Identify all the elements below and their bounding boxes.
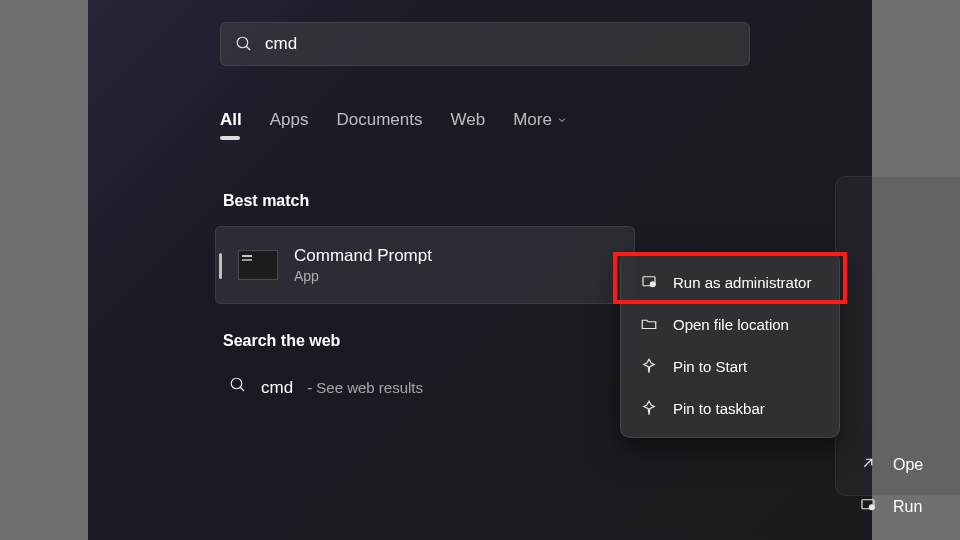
svg-line-1 [246,46,250,50]
svg-point-5 [650,281,656,287]
result-title: Command Prompt [294,246,432,266]
menu-label: Pin to taskbar [673,400,765,417]
svg-point-2 [231,378,242,389]
web-result-row[interactable]: cmd - See web results [229,376,423,399]
search-query-text: cmd [265,34,297,54]
pin-icon [639,399,659,417]
svg-point-0 [237,37,248,48]
search-input[interactable]: cmd [220,22,750,66]
tab-documents[interactable]: Documents [336,110,422,130]
admin-shield-icon [639,273,659,291]
svg-point-7 [869,504,875,510]
action-label: Run [893,498,922,516]
admin-shield-icon [859,496,877,518]
command-prompt-icon [238,250,278,280]
menu-open-file-location[interactable]: Open file location [621,303,839,345]
tab-more[interactable]: More [513,110,568,130]
preview-panel [835,176,960,496]
tab-web[interactable]: Web [450,110,485,130]
tab-more-label: More [513,110,552,130]
section-best-match-title: Best match [223,192,309,210]
tab-all[interactable]: All [220,110,242,130]
search-icon [235,35,253,53]
menu-label: Open file location [673,316,789,333]
chevron-down-icon [556,114,568,126]
menu-pin-to-start[interactable]: Pin to Start [621,345,839,387]
menu-run-as-administrator[interactable]: Run as administrator [621,261,839,303]
menu-pin-to-taskbar[interactable]: Pin to taskbar [621,387,839,429]
filter-tabs: All Apps Documents Web More [220,110,568,130]
action-open[interactable]: Ope [859,454,923,476]
open-external-icon [859,454,877,476]
menu-label: Run as administrator [673,274,811,291]
svg-line-3 [240,387,244,391]
result-subtitle: App [294,268,432,284]
menu-label: Pin to Start [673,358,747,375]
result-text: Command Prompt App [294,246,432,284]
web-result-term: cmd [261,378,293,398]
result-command-prompt[interactable]: Command Prompt App [215,226,635,304]
pin-icon [639,357,659,375]
context-menu: Run as administrator Open file location … [620,252,840,438]
folder-icon [639,315,659,333]
search-icon [229,376,247,399]
start-search-panel: cmd All Apps Documents Web More Best mat… [195,0,875,540]
action-run-admin[interactable]: Run [859,496,923,518]
web-result-hint: - See web results [307,379,423,396]
action-label: Ope [893,456,923,474]
selection-marker [219,253,222,279]
preview-actions: Ope Run [859,454,923,518]
section-search-web-title: Search the web [223,332,340,350]
tab-apps[interactable]: Apps [270,110,309,130]
